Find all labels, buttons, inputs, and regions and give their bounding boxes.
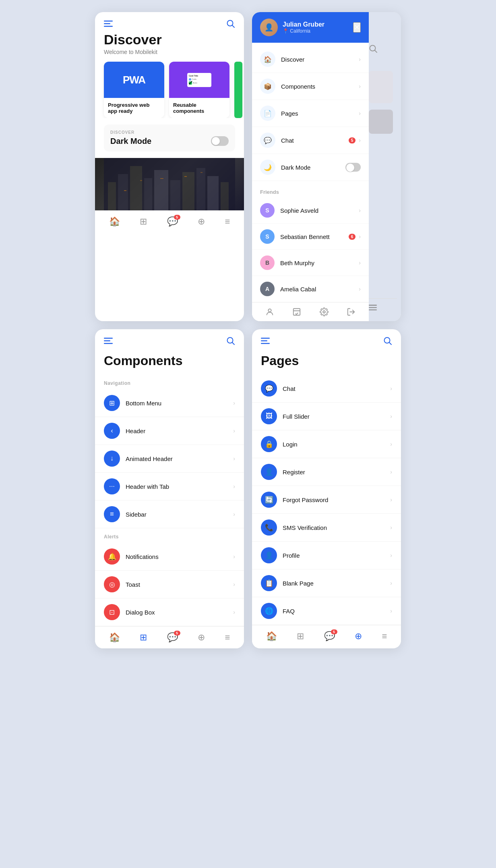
friend-sebastian[interactable]: S Sebastian Bennett 6 › xyxy=(252,224,369,250)
search-icon[interactable] xyxy=(226,19,235,28)
friend-avatar-sophie: S xyxy=(260,203,275,218)
pages-nav-layers[interactable]: ⊕ xyxy=(355,631,362,642)
toast-label: Toast xyxy=(126,581,233,588)
dialog-box-item[interactable]: ⊡ Dialog Box › xyxy=(95,598,244,626)
menu-label-dark-mode: Dark Mode xyxy=(281,164,345,171)
page-faq[interactable]: 🌐 FAQ › xyxy=(252,597,401,625)
menu-label-discover: Discover xyxy=(281,56,359,63)
friend-beth[interactable]: B Beth Murphy › xyxy=(252,250,369,276)
animated-header-item[interactable]: ↓ Animated Header › xyxy=(95,445,244,473)
notifications-icon: 🔔 xyxy=(104,548,120,565)
svg-rect-37 xyxy=(261,343,270,344)
sidebar-close-button[interactable]: ✕ xyxy=(353,22,361,33)
svg-rect-13 xyxy=(196,168,205,210)
sidebar-nav-profile[interactable] xyxy=(265,307,274,316)
sidebar-dark-mode-toggle[interactable] xyxy=(345,163,361,172)
nav-home[interactable]: 🏠 xyxy=(109,216,120,227)
comp-nav-layers[interactable]: ⊕ xyxy=(198,632,205,643)
svg-rect-7 xyxy=(118,174,128,210)
menu-label-components: Components xyxy=(281,83,359,90)
svg-rect-11 xyxy=(170,180,180,210)
components-screen: Components Navigation ⊞ Bottom Menu › ‹ … xyxy=(95,329,244,648)
comp-nav-menu[interactable]: ≡ xyxy=(225,632,230,643)
pages-search-icon[interactable] xyxy=(383,336,392,345)
header-item[interactable]: ‹ Header › xyxy=(95,417,244,445)
menu-icon[interactable] xyxy=(104,21,113,27)
page-login[interactable]: 🔒 Login › xyxy=(252,430,401,458)
pages-nav-chat[interactable]: 💬 5 xyxy=(324,631,335,642)
user-location: 📍 California xyxy=(283,28,324,34)
pages-nav-home[interactable]: 🏠 xyxy=(266,631,277,642)
sidebar-item[interactable]: ≡ Sidebar › xyxy=(95,500,244,528)
dialog-box-icon: ⊡ xyxy=(104,604,120,620)
svg-rect-20 xyxy=(200,172,203,173)
page-profile-icon: 👤 xyxy=(261,547,277,563)
pages-nav-menu[interactable]: ≡ xyxy=(382,631,387,642)
page-profile[interactable]: 👤 Profile › xyxy=(252,542,401,569)
nav-menu[interactable]: ≡ xyxy=(225,216,230,227)
comp-nav-components[interactable]: ⊞ xyxy=(140,632,147,643)
nav-chat[interactable]: 💬 5 xyxy=(167,216,178,227)
menu-item-dark-mode[interactable]: 🌙 Dark Mode xyxy=(252,154,369,181)
friend-name-beth: Beth Murphy xyxy=(280,260,359,266)
components-search-icon[interactable] xyxy=(226,336,235,345)
menu-item-chat[interactable]: 💬 Chat 5 › xyxy=(252,127,369,154)
extra-card[interactable] xyxy=(234,62,242,118)
dark-mode-section: DISCOVER Dark Mode xyxy=(104,125,235,152)
page-register[interactable]: 👤 Register › xyxy=(252,458,401,486)
sidebar-bottom-nav xyxy=(252,302,369,321)
friend-avatar-amelia: A xyxy=(260,282,275,296)
comp-nav-chat[interactable]: 💬 5 xyxy=(167,632,178,643)
bottom-menu-icon: ⊞ xyxy=(104,395,120,411)
friend-name-sophie: Sophie Asveld xyxy=(280,207,359,214)
pages-menu-icon[interactable] xyxy=(261,338,270,344)
dark-mode-toggle[interactable] xyxy=(211,136,229,146)
sidebar-nav-inbox[interactable] xyxy=(292,307,301,316)
discover-screen: Discover Welcome to Mobilekit PWA Progre… xyxy=(95,12,244,321)
header-icon: ‹ xyxy=(104,423,120,439)
nav-layers[interactable]: ⊕ xyxy=(198,216,205,227)
sidebar-nav-settings[interactable] xyxy=(320,307,329,316)
user-name: Julian Gruber xyxy=(283,21,324,28)
page-chat[interactable]: 💬 Chat › xyxy=(252,375,401,403)
header-tab-item[interactable]: ··· Header with Tab › xyxy=(95,473,244,500)
toast-icon: ◎ xyxy=(104,576,120,592)
components-card-label: Reusable components xyxy=(169,98,229,118)
chat-badge: 5 xyxy=(174,215,180,220)
chat-icon: 💬 xyxy=(260,133,275,148)
comp-nav-home[interactable]: 🏠 xyxy=(109,632,120,643)
dark-mode-section-label: DISCOVER xyxy=(110,130,229,135)
header-tab-label: Header with Tab xyxy=(126,483,233,490)
sidebar-nav-logout[interactable] xyxy=(347,307,355,316)
dark-mode-icon: 🌙 xyxy=(260,160,275,175)
bottom-menu-item[interactable]: ⊞ Bottom Menu › xyxy=(95,389,244,417)
pwa-card[interactable]: PWA Progressive web app ready xyxy=(104,62,164,118)
page-sms[interactable]: 📞 SMS Verification › xyxy=(252,514,401,542)
notifications-item[interactable]: 🔔 Notifications › xyxy=(95,543,244,571)
nav-components[interactable]: ⊞ xyxy=(140,216,147,227)
page-blank-label: Blank Page xyxy=(283,580,390,587)
page-faq-icon: 🌐 xyxy=(261,603,277,619)
components-card[interactable]: Card Title Profile ✓ Active Reusable com… xyxy=(169,62,229,118)
toast-item[interactable]: ◎ Toast › xyxy=(95,571,244,598)
svg-rect-8 xyxy=(130,166,142,210)
pages-icon: 📄 xyxy=(260,106,275,121)
components-menu-icon[interactable] xyxy=(104,338,113,344)
menu-item-discover[interactable]: 🏠 Discover › xyxy=(252,46,369,73)
page-forgot-password[interactable]: 🔄 Forgot Password › xyxy=(252,486,401,514)
friend-amelia[interactable]: A Amelia Cabal › xyxy=(252,276,369,302)
user-details: Julian Gruber 📍 California xyxy=(283,21,324,34)
page-full-slider[interactable]: 🖼 Full Slider › xyxy=(252,403,401,430)
page-blank-icon: 📋 xyxy=(261,575,277,591)
friend-avatar-beth: B xyxy=(260,255,275,270)
page-full-slider-icon: 🖼 xyxy=(261,408,277,424)
page-sms-label: SMS Verification xyxy=(283,524,390,531)
menu-item-components[interactable]: 📦 Components › xyxy=(252,73,369,100)
page-forgot-password-label: Forgot Password xyxy=(283,496,390,503)
svg-rect-10 xyxy=(154,170,168,210)
page-blank[interactable]: 📋 Blank Page › xyxy=(252,569,401,597)
svg-rect-12 xyxy=(182,172,194,210)
menu-item-pages[interactable]: 📄 Pages › xyxy=(252,100,369,127)
friend-sophie[interactable]: S Sophie Asveld › xyxy=(252,197,369,224)
pages-nav-components[interactable]: ⊞ xyxy=(297,631,304,642)
